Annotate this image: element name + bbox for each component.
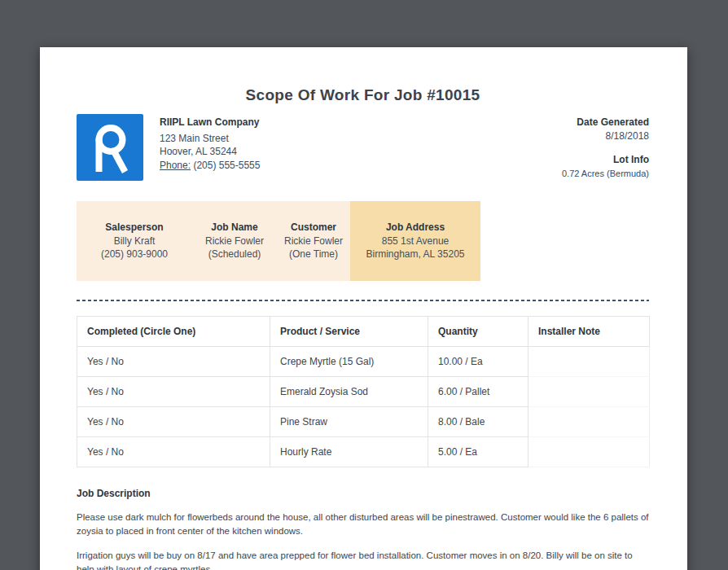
- phone-label: Phone:: [160, 160, 191, 171]
- job-address-label: Job Address: [350, 221, 480, 235]
- salesperson-name: Billy Kraft: [77, 235, 192, 248]
- document-page: Scope Of Work For Job #10015 RIIPL Lawn …: [40, 47, 687, 570]
- page-title: Scope Of Work For Job #10015: [77, 86, 649, 104]
- lot-info-value: 0.72 Acres (Bermuda): [562, 167, 649, 181]
- table-row: Yes / No Crepe Myrtle (15 Gal) 10.00 / E…: [77, 347, 650, 377]
- salesperson-label: Salesperson: [77, 221, 192, 235]
- date-generated-label: Date Generated: [562, 116, 649, 129]
- product-cell: Emerald Zoysia Sod: [270, 377, 428, 407]
- product-cell: Hourly Rate: [270, 437, 428, 467]
- company-name: RIIPL Lawn Company: [160, 116, 260, 129]
- installer-note-cell: [528, 407, 650, 437]
- installer-note-cell: [528, 377, 650, 407]
- product-cell: Pine Straw: [270, 407, 428, 437]
- job-description-paragraph-2: Irrigation guys will be buy on 8/17 and …: [77, 549, 649, 570]
- company-address-line1: 123 Main Street: [160, 132, 260, 146]
- meta-spacer: [562, 142, 649, 153]
- meta-block: Date Generated 8/18/2018 Lot Info 0.72 A…: [562, 114, 649, 180]
- column-header-completed: Completed (Circle One): [77, 317, 270, 347]
- product-cell: Crepe Myrtle (15 Gal): [270, 347, 428, 377]
- company-info: RIIPL Lawn Company 123 Main Street Hoove…: [160, 114, 260, 181]
- quantity-cell: 6.00 / Pallet: [428, 377, 528, 407]
- installer-note-cell: [528, 437, 650, 467]
- completed-cell: Yes / No: [77, 437, 270, 467]
- job-description-paragraph-1: Please use dark mulch for flowerbeds aro…: [77, 511, 649, 538]
- quantity-cell: 8.00 / Bale: [428, 407, 528, 437]
- lot-info-label: Lot Info: [562, 153, 649, 167]
- column-header-quantity: Quantity: [428, 317, 528, 347]
- quantity-cell: 10.00 / Ea: [428, 347, 528, 377]
- job-description-heading: Job Description: [77, 487, 649, 500]
- page-content: Scope Of Work For Job #10015 RIIPL Lawn …: [40, 47, 687, 570]
- customer-label: Customer: [277, 221, 350, 235]
- table-row: Yes / No Hourly Rate 5.00 / Ea: [77, 437, 650, 467]
- job-name-value: Rickie Fowler: [192, 235, 277, 248]
- dashed-divider: [77, 300, 649, 301]
- customer-column: Customer Rickie Fowler (One Time): [277, 221, 350, 281]
- customer-type: (One Time): [277, 248, 350, 261]
- job-info-plain-section: Salesperson Billy Kraft (205) 903-9000 J…: [77, 201, 350, 281]
- job-status: (Scheduled): [192, 248, 277, 261]
- work-items-table: Completed (Circle One) Product / Service…: [77, 316, 650, 467]
- document-header: RIIPL Lawn Company 123 Main Street Hoove…: [77, 114, 649, 181]
- column-header-product: Product / Service: [270, 317, 428, 347]
- completed-cell: Yes / No: [77, 407, 270, 437]
- date-generated-value: 8/18/2018: [562, 129, 649, 143]
- completed-cell: Yes / No: [77, 347, 270, 377]
- table-row: Yes / No Emerald Zoysia Sod 6.00 / Palle…: [77, 377, 650, 407]
- quantity-cell: 5.00 / Ea: [428, 437, 528, 467]
- job-name-column: Job Name Rickie Fowler (Scheduled): [192, 221, 277, 281]
- installer-note-cell: [528, 347, 650, 377]
- job-address-line2: Birmingham, AL 35205: [350, 248, 480, 261]
- job-address-line1: 855 1st Avenue: [350, 235, 480, 248]
- job-info-box: Salesperson Billy Kraft (205) 903-9000 J…: [77, 201, 480, 281]
- salesperson-column: Salesperson Billy Kraft (205) 903-9000: [77, 221, 192, 281]
- company-block: RIIPL Lawn Company 123 Main Street Hoove…: [77, 114, 260, 181]
- customer-name: Rickie Fowler: [277, 235, 350, 248]
- company-logo: [77, 114, 143, 181]
- phone-number: (205) 555-5555: [193, 160, 260, 171]
- table-row: Yes / No Pine Straw 8.00 / Bale: [77, 407, 650, 437]
- column-header-installer-note: Installer Note: [528, 317, 650, 347]
- logo-r-icon: [77, 114, 143, 181]
- completed-cell: Yes / No: [77, 377, 270, 407]
- company-phone: Phone: (205) 555-5555: [160, 159, 260, 173]
- company-address-line2: Hoover, AL 35244: [160, 145, 260, 159]
- job-address-column: Job Address 855 1st Avenue Birmingham, A…: [350, 201, 480, 281]
- table-header-row: Completed (Circle One) Product / Service…: [77, 317, 650, 347]
- job-name-label: Job Name: [192, 221, 277, 235]
- salesperson-phone: (205) 903-9000: [77, 248, 192, 261]
